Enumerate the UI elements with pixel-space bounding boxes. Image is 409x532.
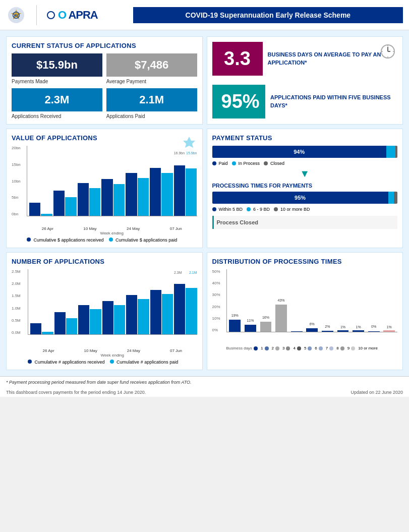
stats-grid: $15.9bn Payments Made $7,486 Average Pay… bbox=[12, 53, 197, 119]
dist-legend-10more-dot bbox=[351, 346, 355, 350]
main-grid: CURRENT STATUS OF APPLICATIONS $15.9bn P… bbox=[0, 30, 409, 376]
header: AU O APRA COVID-19 Superannuation Early … bbox=[0, 0, 409, 30]
x-label-07jun: 07 Jun bbox=[170, 226, 182, 231]
bar-group-10may bbox=[53, 191, 77, 216]
bar-dark-final bbox=[174, 165, 185, 216]
num-x-label-10may: 10 May bbox=[84, 348, 97, 353]
dist-bar-day9: 1% bbox=[351, 269, 366, 332]
applications-received-value: 2.3M bbox=[17, 93, 97, 106]
dist-y-20: 20% bbox=[212, 305, 226, 309]
dist-x-axis-label: Business days bbox=[226, 346, 253, 350]
dist-bar-dark-day7 bbox=[322, 331, 333, 332]
process-closed-text: Process Closed bbox=[217, 219, 259, 225]
apra-logo: O APRA bbox=[47, 9, 98, 22]
dist-y-30: 30% bbox=[212, 292, 226, 297]
y-label-20m: 2.0M bbox=[12, 281, 28, 286]
payments-made-stat: $15.9bn Payments Made bbox=[12, 53, 102, 84]
payments-made-box: $15.9bn bbox=[12, 53, 102, 77]
num-bar-group-26apr bbox=[30, 323, 53, 334]
payment-bar-fill: 94% bbox=[212, 146, 398, 158]
legend-dot-light bbox=[109, 238, 113, 242]
dist-legend-7: 7 bbox=[326, 346, 328, 350]
num-legend-received-text: Cumulative # applications received bbox=[35, 360, 105, 365]
bar-light-24may-b bbox=[113, 184, 125, 216]
num-legend-received: Cumulative # applications received bbox=[28, 360, 105, 365]
dist-bar-dark-day1 bbox=[229, 320, 241, 332]
header-title: COVID-19 Superannuation Early Release Sc… bbox=[133, 7, 403, 23]
dist-label-day8: 1% bbox=[340, 325, 345, 329]
num-label-21m: 2.1M bbox=[189, 271, 197, 274]
dist-bar-dark-day2 bbox=[245, 325, 256, 332]
dist-bar-day2: 11% bbox=[243, 269, 258, 332]
apra-name: APRA bbox=[68, 9, 97, 21]
payment-status-title: PAYMENT STATUS bbox=[212, 134, 398, 142]
bar-light-26apr bbox=[41, 214, 52, 216]
bar-label-159bn: 15.9bn bbox=[186, 151, 197, 155]
bar-group-07jun-b bbox=[150, 168, 173, 216]
applications-paid-box: 2.1M bbox=[106, 88, 197, 111]
dist-legend-10more: 10 or more bbox=[358, 346, 378, 350]
num-chart-title: NUMBER OF APPLICATIONS bbox=[12, 258, 197, 265]
dist-legend-7-dot bbox=[319, 346, 323, 350]
legend-10bd-dot bbox=[274, 207, 278, 211]
num-bar-light-24may-b bbox=[114, 305, 125, 334]
value-week-ending: Week ending bbox=[12, 231, 197, 235]
dist-bar-empty-day5 bbox=[291, 331, 303, 332]
kpi-business-days-desc: BUSINESS DAYS ON AVERAGE TO PAY AN APPLI… bbox=[268, 51, 398, 67]
dist-bar-light-day10plus bbox=[383, 330, 395, 332]
legend-5bd-text: Within 5 BD bbox=[219, 207, 243, 212]
arrow-down-icon: ▼ bbox=[212, 168, 398, 180]
num-bar-light-24may-a bbox=[90, 309, 101, 334]
y-label-00m: 0.0M bbox=[12, 330, 28, 335]
dist-legend-1: 1 bbox=[261, 346, 263, 350]
num-bar-group-07jun-a bbox=[126, 295, 149, 334]
status-panel-title: CURRENT STATUS OF APPLICATIONS bbox=[12, 42, 197, 49]
processing-5bd-label: 95% bbox=[295, 195, 306, 201]
x-label-26apr: 26 Apr bbox=[42, 226, 53, 231]
legend-process-dot bbox=[232, 161, 236, 165]
dist-bar-day10plus: 1% bbox=[382, 269, 396, 332]
num-legend-dot-light bbox=[110, 360, 114, 364]
num-bar-dark-07jun-b bbox=[150, 290, 161, 334]
average-payment-value: $7,486 bbox=[111, 58, 192, 72]
dist-legend-5: 5 bbox=[304, 346, 306, 350]
apra-o: O bbox=[58, 9, 68, 21]
dist-legend-3-dot bbox=[275, 346, 279, 350]
bar-light-final bbox=[186, 168, 197, 216]
logo-area: AU O APRA bbox=[6, 5, 133, 25]
legend-5bd-dot bbox=[212, 207, 216, 211]
num-legend-paid: Cumulative # applications paid bbox=[110, 360, 179, 365]
dist-chart-area: 50% 40% 30% 20% 10% 0% 19% 11% bbox=[212, 269, 398, 345]
num-bar-group-10may bbox=[54, 312, 78, 334]
processing-5bd-fill: 95% bbox=[212, 192, 388, 204]
footer-updated: Updated on 22 June 2020 bbox=[350, 390, 403, 395]
bar-dark-07jun-b bbox=[150, 168, 161, 216]
payments-made-label: Payments Made bbox=[12, 79, 102, 84]
y-label-10bn: 10bn bbox=[12, 179, 27, 184]
dist-bar-day8: 1% bbox=[336, 269, 350, 332]
num-bar-group-final: 2.3M 2.1M bbox=[174, 284, 197, 334]
panel-num-chart: NUMBER OF APPLICATIONS 2.5M 2.0M 1.5M 1.… bbox=[6, 252, 203, 370]
bar-light-07jun-b bbox=[161, 173, 172, 216]
dist-bar-day5 bbox=[289, 269, 304, 332]
footer-note: * Payment processing period measured fro… bbox=[0, 376, 409, 388]
payment-legend: Paid In Process Closed bbox=[212, 161, 398, 166]
payment-paid-fill: 94% bbox=[212, 146, 386, 158]
applications-paid-stat: 2.1M Applications Paid bbox=[106, 88, 197, 119]
processing-6_9bd-fill bbox=[388, 192, 394, 204]
num-chart-area: 2.5M 2.0M 1.5M 1.0M 0.5M 0.0M bbox=[12, 269, 197, 347]
processing-10bd-fill bbox=[394, 192, 397, 204]
svg-point-4 bbox=[47, 12, 54, 19]
legend-6-9bd-item: 6 - 9 BD bbox=[247, 207, 270, 212]
dist-legend-8: 8 bbox=[336, 346, 338, 350]
bar-group-final: 16.9bn 15.9bn bbox=[174, 165, 197, 216]
value-y-labels: 20bn 15bn 10bn 5bn 0bn bbox=[12, 146, 27, 216]
dist-bar-day4: 43% bbox=[274, 269, 288, 332]
dist-y-0: 0% bbox=[212, 328, 226, 332]
dist-legend-5-dot bbox=[297, 346, 301, 350]
dist-legend-6: 6 bbox=[315, 346, 317, 350]
num-x-label-24may: 24 May bbox=[127, 348, 140, 353]
x-label-24may: 24 May bbox=[127, 226, 140, 231]
bar-dark-07jun-a bbox=[126, 173, 137, 216]
y-label-5bn: 5bn bbox=[12, 195, 27, 200]
